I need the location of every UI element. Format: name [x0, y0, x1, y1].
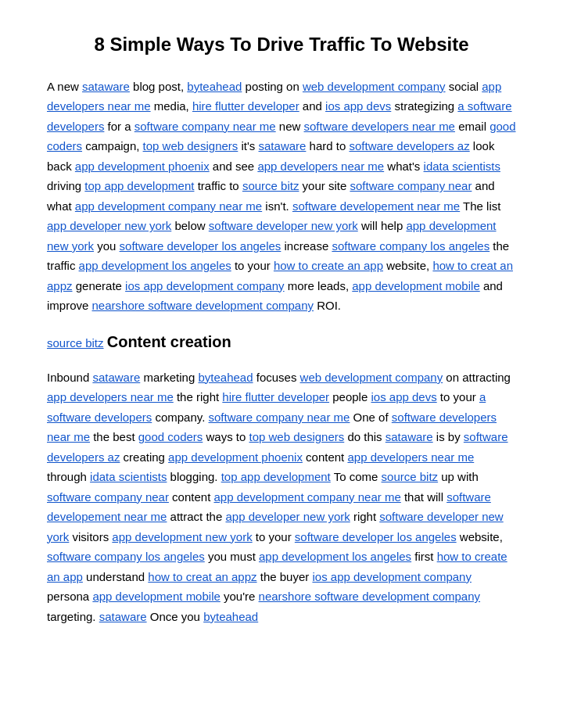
link-app-devs-near-me-2[interactable]: app developers near me [257, 160, 384, 173]
link-sataware-1[interactable]: sataware [82, 80, 130, 93]
link-nearshore-2[interactable]: nearshore software development company [259, 590, 481, 603]
link-byteahead-2[interactable]: byteahead [198, 371, 253, 384]
link-app-devs-near-me-3[interactable]: app developers near me [47, 390, 174, 403]
link-software-developer-ny-1[interactable]: software developer new york [209, 219, 358, 232]
link-app-devs-near-me-4[interactable]: app developers near me [347, 450, 474, 464]
link-good-coders-2[interactable]: good coders [138, 430, 203, 443]
link-source-bitz-2[interactable]: source bitz [382, 470, 439, 483]
link-app-dev-ny-2[interactable]: app development new york [112, 530, 252, 543]
intro-paragraph: A new sataware blog post, byteahead post… [47, 77, 516, 316]
link-how-to-create-app-1[interactable]: how to create an app [274, 259, 383, 272]
link-sataware-5[interactable]: sataware [99, 610, 147, 623]
link-top-web-designers-2[interactable]: top web designers [249, 430, 345, 443]
link-app-dev-company-near-me-1[interactable]: app development company near me [75, 199, 262, 213]
link-top-app-dev-2[interactable]: top app development [221, 470, 331, 483]
link-app-dev-la-1[interactable]: app development los angeles [79, 259, 231, 272]
link-app-developer-ny-2[interactable]: app developer new york [225, 510, 350, 523]
link-sataware-4[interactable]: sataware [385, 430, 433, 443]
link-app-dev-phoenix-2[interactable]: app development phoenix [168, 450, 303, 464]
link-source-bitz-1[interactable]: source bitz [242, 179, 299, 192]
page-container: 8 Simple Ways To Drive Traffic To Websit… [0, 0, 563, 670]
link-software-devs-near-me-1[interactable]: software developers near me [304, 120, 455, 133]
link-sataware-3[interactable]: sataware [92, 371, 140, 384]
link-software-dev-la-1[interactable]: software developer los angeles [120, 239, 282, 253]
link-top-web-designers-1[interactable]: top web designers [143, 139, 238, 152]
link-app-dev-company-near-me-2[interactable]: app development company near me [213, 490, 400, 504]
link-software-developement-near-me-1[interactable]: software developement near me [292, 199, 460, 213]
link-app-developer-ny-1[interactable]: app developer new york [47, 219, 171, 232]
link-web-dev-company-2[interactable]: web development company [300, 371, 443, 384]
link-app-dev-mobile-2[interactable]: app development mobile [92, 590, 220, 603]
section2-paragraph: Inbound sataware marketing byteahead foc… [47, 368, 516, 627]
link-web-dev-company-1[interactable]: web development company [303, 80, 446, 93]
section2-heading: source bitz Content creation [47, 328, 516, 355]
link-nearshore-1[interactable]: nearshore software development company [92, 299, 314, 312]
link-app-dev-phoenix-1[interactable]: app development phoenix [75, 160, 210, 173]
link-software-company-near-me-2[interactable]: software company near me [209, 411, 350, 424]
link-ios-app-dev-company-2[interactable]: ios app development company [312, 570, 471, 583]
link-app-dev-mobile-1[interactable]: app development mobile [352, 279, 479, 292]
link-ios-app-devs-1[interactable]: ios app devs [325, 99, 391, 113]
link-byteahead-1[interactable]: byteahead [187, 80, 242, 93]
link-software-company-la-2[interactable]: software company los angeles [47, 550, 205, 563]
link-ios-app-devs-2[interactable]: ios app devs [371, 390, 436, 403]
section2-bold-title: Content creation [107, 333, 231, 350]
page-title: 8 Simple Ways To Drive Traffic To Websit… [47, 31, 516, 58]
link-software-dev-la-2[interactable]: software developer los angeles [295, 530, 457, 543]
link-byteahead-3[interactable]: byteahead [203, 610, 258, 623]
link-software-company-near-me-1[interactable]: software company near me [134, 120, 276, 133]
link-sataware-2[interactable]: sataware [259, 139, 307, 152]
link-idata-scientists-2[interactable]: idata scientists [90, 470, 167, 483]
link-software-company-la-1[interactable]: software company los angeles [332, 239, 489, 253]
link-ios-app-dev-company-1[interactable]: ios app development company [125, 279, 284, 292]
link-top-app-dev-1[interactable]: top app development [84, 179, 194, 192]
link-app-dev-la-2[interactable]: app development los angeles [259, 550, 411, 563]
link-software-company-near-2[interactable]: software company near [47, 490, 169, 504]
link-software-devs-az-1[interactable]: software developers az [349, 139, 469, 152]
link-idata-scientists-1[interactable]: idata scientists [424, 160, 500, 173]
link-software-company-near-1[interactable]: software company near [350, 179, 472, 192]
link-source-bitz-heading[interactable]: source bitz [47, 336, 104, 350]
link-how-to-creat-appz-2[interactable]: how to creat an appz [148, 570, 256, 583]
link-hire-flutter-1[interactable]: hire flutter developer [192, 99, 299, 113]
link-hire-flutter-2[interactable]: hire flutter developer [222, 390, 329, 403]
